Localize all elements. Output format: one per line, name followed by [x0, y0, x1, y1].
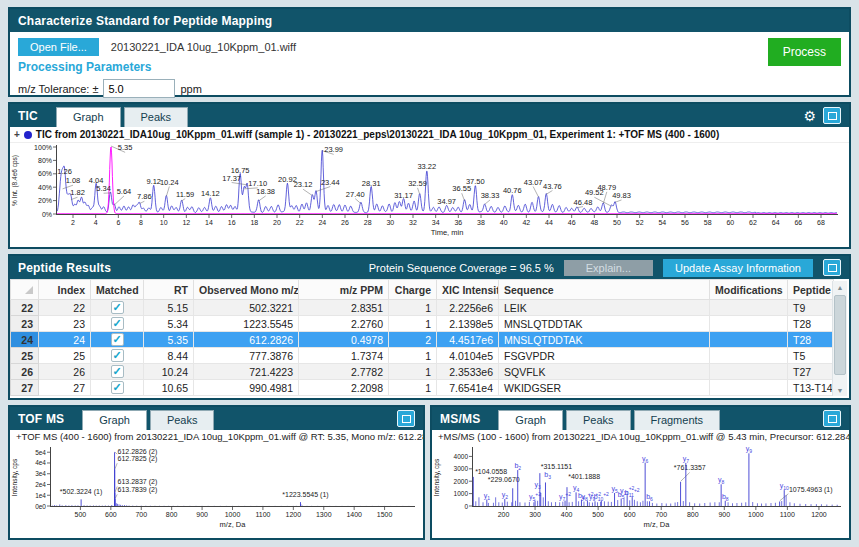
svg-text:b8: b8 [722, 493, 729, 502]
gear-icon[interactable]: ⚙ [803, 109, 816, 123]
table-row[interactable]: 2222✓5.15502.32212.835112.2256e6LEIKT9 [11, 300, 834, 316]
expand-icon[interactable] [397, 410, 415, 427]
table-row[interactable]: 2626✓10.24721.42232.778212.3533e6SQVFLKT… [11, 364, 834, 380]
tab-graph[interactable]: Graph [56, 107, 121, 127]
mz-tolerance-unit: ppm [180, 83, 201, 95]
table-cell: 4.4517e6 [437, 332, 499, 348]
expand-icon[interactable] [823, 259, 841, 276]
column-header-index[interactable]: Index [39, 280, 91, 300]
table-cell: 0.4978 [299, 332, 389, 348]
svg-text:*1223.5545 (1): *1223.5545 (1) [282, 491, 328, 499]
table-row[interactable]: 2323✓5.341223.55452.276012.1398e5MNSLQTD… [11, 316, 834, 332]
column-header-m-z-ppm[interactable]: m/z PPM [299, 280, 389, 300]
svg-text:23.12: 23.12 [294, 180, 313, 189]
svg-text:Time, min: Time, min [431, 228, 464, 237]
tab-peaks[interactable]: Peaks [566, 410, 631, 430]
table-cell: 5.15 [144, 300, 194, 316]
table-cell: 1223.5545 [194, 316, 299, 332]
matched-checkbox[interactable]: ✓ [91, 316, 144, 332]
svg-text:50: 50 [613, 219, 621, 226]
tab-peaks[interactable]: Peaks [124, 107, 189, 127]
process-button[interactable]: Process [768, 38, 841, 66]
svg-text:4e4: 4e4 [35, 459, 46, 466]
msms-subtitle: +MS/MS (100 - 1600) from 20130221_IDA 10… [432, 430, 849, 444]
svg-text:100%: 100% [34, 144, 52, 151]
svg-text:y9: y9 [746, 445, 753, 454]
svg-text:m/z, Da: m/z, Da [220, 520, 247, 529]
column-header-modifications[interactable]: Modifications [710, 280, 788, 300]
column-header-rt[interactable]: RT [144, 280, 194, 300]
svg-text:0e0: 0e0 [35, 503, 46, 510]
svg-text:4000: 4000 [454, 453, 469, 460]
table-cell: 2.8351 [299, 300, 389, 316]
scrollbar-thumb[interactable] [834, 295, 846, 375]
svg-text:56: 56 [681, 219, 689, 226]
svg-text:68: 68 [817, 219, 825, 226]
update-assay-button[interactable]: Update Assay Information [663, 259, 813, 277]
msms-chart[interactable]: 2003004005006007008009001000110012000100… [432, 444, 847, 538]
column-header-sequence[interactable]: Sequence [499, 280, 710, 300]
matched-checkbox[interactable]: ✓ [91, 300, 144, 316]
explain-button[interactable]: Explain... [564, 260, 653, 276]
table-row[interactable]: 2424✓5.35612.28260.497824.4517e6MNSLQTDD… [11, 332, 834, 348]
expand-icon[interactable] [823, 107, 841, 124]
svg-text:11.59: 11.59 [176, 190, 194, 199]
table-row[interactable]: 2727✓10.65990.49812.209817.6541e4WKIDGSE… [11, 380, 834, 396]
column-header-peptide[interactable]: Peptide [788, 280, 834, 300]
msms-tabs: GraphPeaksFragments [498, 410, 723, 430]
tic-panel-title: TIC [18, 109, 38, 123]
svg-text:800: 800 [687, 511, 699, 518]
svg-text:500: 500 [592, 511, 604, 518]
tic-chart[interactable]: 2468101214161820222426283032343638404244… [10, 143, 845, 245]
scroll-up-icon[interactable]: ▲ [837, 281, 844, 293]
table-row[interactable]: 2525✓8.44777.38761.737414.0104e5FSGVPDRT… [11, 348, 834, 364]
tofms-chart[interactable]: 5006007008009001000110012001300140015000… [10, 444, 421, 538]
svg-text:49.52: 49.52 [585, 188, 604, 197]
column-header-charge[interactable]: Charge [389, 280, 437, 300]
tab-graph[interactable]: Graph [82, 410, 147, 430]
matched-checkbox[interactable]: ✓ [91, 380, 144, 396]
svg-text:Intensity, cps: Intensity, cps [11, 458, 19, 496]
tab-peaks[interactable]: Peaks [150, 410, 215, 430]
scroll-down-icon[interactable]: ▼ [837, 384, 844, 396]
matched-checkbox[interactable]: ✓ [91, 364, 144, 380]
svg-text:10: 10 [160, 219, 168, 226]
table-cell: 24 [11, 332, 39, 348]
table-cell: 2.1398e5 [437, 316, 499, 332]
table-cell: 990.4981 [194, 380, 299, 396]
svg-text:y6: y6 [642, 455, 649, 464]
tab-graph[interactable]: Graph [498, 410, 563, 430]
table-cell: 10.24 [144, 364, 194, 380]
mz-tolerance-input[interactable] [103, 79, 175, 98]
expand-icon[interactable] [823, 410, 841, 427]
svg-text:y2: y2 [502, 491, 509, 500]
svg-text:3e4: 3e4 [35, 470, 46, 477]
matched-checkbox[interactable]: ✓ [91, 348, 144, 364]
column-header-matched[interactable]: Matched [91, 280, 144, 300]
svg-text:0: 0 [464, 503, 468, 510]
table-cell [710, 332, 788, 348]
top-panel-header: Characterize Standard for Peptide Mappin… [10, 9, 849, 32]
column-header-observed-mono-m-z[interactable]: Observed Mono m/z [194, 280, 299, 300]
open-file-button[interactable]: Open File... [18, 38, 99, 56]
svg-text:b3: b3 [544, 471, 551, 480]
svg-text:28: 28 [364, 219, 372, 226]
select-all-corner[interactable] [11, 280, 39, 300]
svg-text:80%: 80% [38, 157, 52, 164]
svg-text:7.86: 7.86 [137, 192, 152, 201]
column-header-xic-intensity[interactable]: XIC Intensity [437, 280, 499, 300]
svg-text:18: 18 [250, 219, 258, 226]
svg-text:b6: b6 [646, 493, 653, 502]
svg-text:1100: 1100 [780, 511, 795, 518]
trace-dot-icon [24, 131, 32, 139]
svg-text:44: 44 [545, 219, 553, 226]
table-scrollbar[interactable]: ▲ ▼ [832, 281, 847, 396]
matched-checkbox[interactable]: ✓ [91, 332, 144, 348]
svg-text:1.82: 1.82 [70, 188, 85, 197]
expand-trace-toggle[interactable]: + [14, 129, 20, 140]
table-cell [710, 300, 788, 316]
table-cell: 2.7782 [299, 364, 389, 380]
svg-text:18.38: 18.38 [256, 187, 275, 196]
svg-text:612.7825 (2): 612.7825 (2) [118, 455, 158, 463]
tab-fragments[interactable]: Fragments [634, 410, 721, 430]
